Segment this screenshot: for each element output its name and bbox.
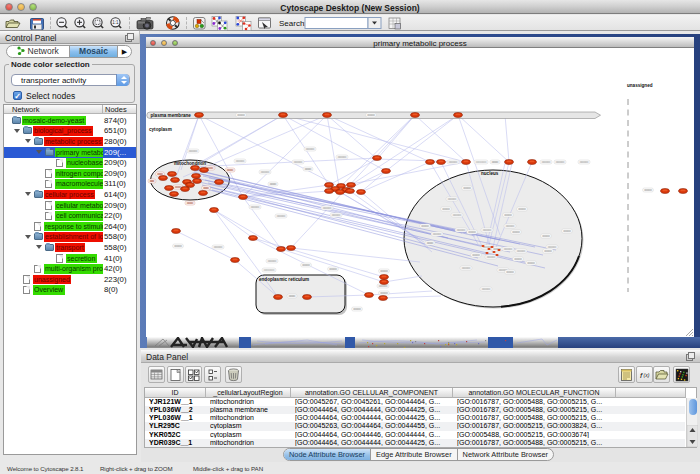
- svg-text:ooooooooo: ooooooooo: [380, 291, 388, 295]
- svg-text:ooooooooo: ooooooooo: [305, 147, 314, 151]
- svg-text:ooooooooo: ooooooooo: [302, 263, 310, 267]
- svg-text:ooooooooo: ooooooooo: [367, 113, 375, 117]
- svg-text:cytoplasm: cytoplasm: [149, 127, 172, 132]
- svg-text:ooooooooo: ooooooooo: [250, 205, 259, 209]
- svg-text:ooooooooo: ooooooooo: [331, 213, 340, 217]
- svg-text:ooooooooo: ooooooooo: [304, 167, 311, 171]
- svg-text:ooooooooo: ooooooooo: [380, 269, 388, 273]
- svg-text:ooooooooo: ooooooooo: [504, 213, 512, 217]
- svg-text:ooooooooo: ooooooooo: [337, 155, 346, 159]
- svg-text:endoplasmic reticulum: endoplasmic reticulum: [259, 277, 309, 282]
- svg-text:ooooooooo: ooooooooo: [486, 255, 495, 259]
- svg-text:mitochondrion: mitochondrion: [174, 161, 206, 166]
- svg-text:ooooooooo: ooooooooo: [447, 197, 456, 201]
- svg-text:ooooooooo: ooooooooo: [503, 247, 512, 251]
- svg-text:ooooooooo: ooooooooo: [518, 207, 526, 211]
- svg-text:ooooooooo: ooooooooo: [461, 266, 470, 270]
- svg-text:ooooooooo: ooooooooo: [463, 186, 471, 190]
- svg-text:ooooooooo: ooooooooo: [491, 160, 498, 164]
- svg-text:ooooooooo: ooooooooo: [468, 230, 476, 234]
- svg-text:ooooooooo: ooooooooo: [260, 170, 269, 174]
- svg-text:ooooooooo: ooooooooo: [506, 270, 514, 274]
- svg-text:ooooooooo: ooooooooo: [353, 307, 361, 311]
- svg-text:ooooooooo: ooooooooo: [481, 287, 490, 291]
- svg-text:ooooooooo: ooooooooo: [226, 168, 233, 172]
- svg-text:ooooooooo: ooooooooo: [482, 228, 491, 232]
- svg-text:ooooooooo: ooooooooo: [555, 160, 564, 164]
- svg-text:ooooooooo: ooooooooo: [213, 245, 222, 249]
- svg-text:unassigned: unassigned: [627, 83, 653, 88]
- svg-text:nucleus: nucleus: [481, 171, 499, 176]
- svg-text:plasma membrane: plasma membrane: [150, 113, 191, 118]
- svg-text:ooooooooo: ooooooooo: [644, 188, 652, 192]
- svg-text:ooooooooo: ooooooooo: [421, 224, 429, 228]
- svg-text:ooooooooo: ooooooooo: [293, 160, 302, 164]
- svg-text:ooooooooo: ooooooooo: [527, 261, 535, 265]
- svg-text:ooooooooo: ooooooooo: [514, 257, 522, 261]
- svg-text:Search:: Search:: [279, 19, 307, 28]
- svg-text:(x): (x): [644, 372, 650, 378]
- svg-text:ooooooooo: ooooooooo: [579, 160, 588, 164]
- svg-text:ooooooooo: ooooooooo: [456, 228, 465, 232]
- svg-text:ooooooooo: ooooooooo: [269, 182, 276, 186]
- svg-text:ooooooooo: ooooooooo: [267, 259, 276, 263]
- svg-text:ooooooooo: ooooooooo: [563, 229, 571, 233]
- svg-text:ooooooooo: ooooooooo: [149, 179, 154, 183]
- svg-text:ooooooooo: ooooooooo: [276, 214, 285, 218]
- svg-text:ooooooooo: ooooooooo: [426, 241, 433, 245]
- svg-text:ooooooooo: ooooooooo: [541, 160, 550, 164]
- svg-text:ooooooooo: ooooooooo: [235, 159, 244, 163]
- svg-text:ooooooooo: ooooooooo: [516, 249, 525, 253]
- svg-text:ooooooooo: ooooooooo: [432, 232, 441, 236]
- svg-text:ooooooooo: ooooooooo: [452, 213, 461, 217]
- svg-text:ooooooooo: ooooooooo: [237, 113, 245, 117]
- svg-text:ooooooooo: ooooooooo: [512, 230, 520, 234]
- svg-text:1:1: 1:1: [112, 20, 119, 25]
- svg-text:ooooooooo: ooooooooo: [442, 207, 450, 211]
- svg-text:ooooooooo: ooooooooo: [472, 253, 480, 257]
- svg-text:ooooooooo: ooooooooo: [288, 294, 295, 298]
- svg-text:ooooooooo: ooooooooo: [329, 267, 337, 271]
- svg-text:ooooooooo: ooooooooo: [475, 160, 486, 164]
- svg-text:ooooooooo: ooooooooo: [542, 234, 550, 238]
- svg-text:ooooooooo: ooooooooo: [174, 244, 182, 248]
- svg-text:ooooooooo: ooooooooo: [505, 224, 514, 228]
- svg-text:ooooooooo: ooooooooo: [448, 160, 457, 164]
- svg-text:ooooooooo: ooooooooo: [263, 268, 274, 272]
- svg-text:ooooooooo: ooooooooo: [378, 284, 387, 288]
- svg-text:ooooooooo: ooooooooo: [188, 149, 197, 153]
- svg-text:ooooooooo: ooooooooo: [186, 201, 193, 205]
- svg-text:ooooooooo: ooooooooo: [322, 206, 331, 210]
- svg-text:ooooooooo: ooooooooo: [203, 186, 209, 190]
- svg-text:ooooooooo: ooooooooo: [544, 249, 552, 253]
